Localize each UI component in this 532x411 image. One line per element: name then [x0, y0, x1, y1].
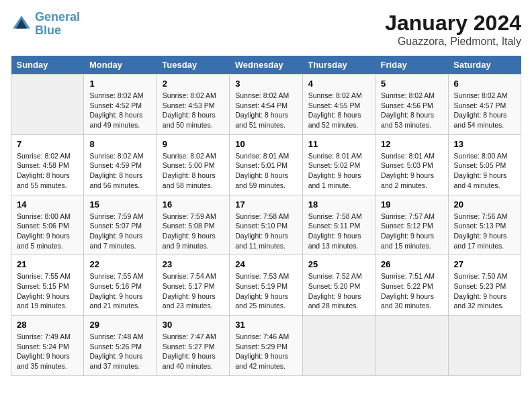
calendar-day-cell: 15Sunrise: 7:59 AMSunset: 5:07 PMDayligh…	[84, 195, 157, 255]
day-info: Sunrise: 7:52 AMSunset: 5:20 PMDaylight:…	[308, 271, 369, 311]
title-block: January 2024 Guazzora, Piedmont, Italy	[385, 11, 521, 48]
calendar-day-cell: 23Sunrise: 7:54 AMSunset: 5:17 PMDayligh…	[157, 255, 229, 316]
calendar-week-row: 7Sunrise: 8:02 AMSunset: 4:58 PMDaylight…	[11, 134, 521, 195]
calendar-day-cell: 16Sunrise: 7:59 AMSunset: 5:08 PMDayligh…	[157, 195, 229, 255]
day-info: Sunrise: 7:46 AMSunset: 5:29 PMDaylight:…	[235, 332, 296, 371]
day-number: 5	[381, 79, 442, 89]
day-number: 6	[454, 79, 515, 89]
day-info: Sunrise: 8:02 AMSunset: 4:52 PMDaylight:…	[89, 91, 150, 130]
day-number: 30	[163, 320, 224, 330]
calendar-day-cell: 9Sunrise: 8:02 AMSunset: 5:00 PMDaylight…	[157, 134, 229, 195]
day-info: Sunrise: 8:02 AMSunset: 4:56 PMDaylight:…	[381, 91, 442, 130]
calendar-day-cell	[302, 316, 375, 376]
calendar-day-cell: 31Sunrise: 7:46 AMSunset: 5:29 PMDayligh…	[230, 316, 302, 376]
calendar-day-cell: 27Sunrise: 7:50 AMSunset: 5:23 PMDayligh…	[448, 255, 521, 316]
calendar-week-row: 14Sunrise: 8:00 AMSunset: 5:06 PMDayligh…	[11, 195, 521, 255]
day-info: Sunrise: 7:57 AMSunset: 5:12 PMDaylight:…	[381, 212, 442, 251]
day-number: 29	[89, 320, 150, 330]
day-number: 4	[308, 79, 369, 89]
day-info: Sunrise: 7:55 AMSunset: 5:15 PMDaylight:…	[17, 271, 78, 311]
day-of-week-header: Tuesday	[157, 56, 229, 75]
day-of-week-header: Friday	[375, 56, 448, 75]
day-info: Sunrise: 8:02 AMSunset: 4:54 PMDaylight:…	[235, 91, 296, 130]
day-number: 27	[454, 259, 515, 269]
day-number: 2	[163, 79, 224, 89]
logo-text: General Blue	[35, 11, 80, 38]
day-info: Sunrise: 8:01 AMSunset: 5:01 PMDaylight:…	[235, 151, 296, 191]
calendar-subtitle: Guazzora, Piedmont, Italy	[385, 36, 521, 48]
calendar-day-cell: 17Sunrise: 7:58 AMSunset: 5:10 PMDayligh…	[230, 195, 302, 255]
calendar-day-cell: 6Sunrise: 8:02 AMSunset: 4:57 PMDaylight…	[448, 75, 521, 135]
day-info: Sunrise: 8:02 AMSunset: 4:53 PMDaylight:…	[163, 91, 224, 130]
calendar-day-cell: 1Sunrise: 8:02 AMSunset: 4:52 PMDaylight…	[84, 75, 157, 135]
day-number: 7	[17, 139, 78, 149]
logo-blue: Blue	[35, 24, 61, 37]
calendar-day-cell: 20Sunrise: 7:56 AMSunset: 5:13 PMDayligh…	[448, 195, 521, 255]
day-info: Sunrise: 7:54 AMSunset: 5:17 PMDaylight:…	[163, 271, 224, 311]
day-number: 31	[235, 320, 296, 330]
day-of-week-header: Sunday	[11, 56, 84, 75]
calendar-day-cell: 11Sunrise: 8:01 AMSunset: 5:02 PMDayligh…	[302, 134, 375, 195]
day-info: Sunrise: 8:01 AMSunset: 5:02 PMDaylight:…	[308, 151, 369, 191]
calendar-day-cell: 4Sunrise: 8:02 AMSunset: 4:55 PMDaylight…	[302, 75, 375, 135]
day-number: 13	[454, 139, 515, 149]
day-number: 24	[235, 259, 296, 269]
day-number: 21	[17, 259, 78, 269]
page-header: General Blue January 2024 Guazzora, Pied…	[11, 11, 521, 48]
day-info: Sunrise: 8:00 AMSunset: 5:05 PMDaylight:…	[454, 151, 515, 191]
day-info: Sunrise: 8:02 AMSunset: 4:55 PMDaylight:…	[308, 91, 369, 130]
day-number: 26	[381, 259, 442, 269]
calendar-day-cell: 22Sunrise: 7:55 AMSunset: 5:16 PMDayligh…	[84, 255, 157, 316]
day-number: 25	[308, 259, 369, 269]
day-number: 18	[308, 199, 369, 210]
day-of-week-header: Wednesday	[230, 56, 302, 75]
day-info: Sunrise: 8:02 AMSunset: 4:59 PMDaylight:…	[89, 151, 150, 191]
calendar-week-row: 21Sunrise: 7:55 AMSunset: 5:15 PMDayligh…	[11, 255, 521, 316]
calendar-week-row: 1Sunrise: 8:02 AMSunset: 4:52 PMDaylight…	[11, 75, 521, 135]
calendar-day-cell: 19Sunrise: 7:57 AMSunset: 5:12 PMDayligh…	[375, 195, 448, 255]
calendar-day-cell: 29Sunrise: 7:48 AMSunset: 5:26 PMDayligh…	[84, 316, 157, 376]
calendar-day-cell: 7Sunrise: 8:02 AMSunset: 4:58 PMDaylight…	[11, 134, 84, 195]
day-number: 20	[454, 199, 515, 210]
day-info: Sunrise: 7:58 AMSunset: 5:10 PMDaylight:…	[235, 212, 296, 251]
day-of-week-header: Saturday	[448, 56, 521, 75]
day-info: Sunrise: 7:47 AMSunset: 5:27 PMDaylight:…	[163, 332, 224, 371]
day-number: 17	[235, 199, 296, 210]
day-info: Sunrise: 7:56 AMSunset: 5:13 PMDaylight:…	[454, 212, 515, 251]
day-number: 10	[235, 139, 296, 149]
calendar-day-cell: 2Sunrise: 8:02 AMSunset: 4:53 PMDaylight…	[157, 75, 229, 135]
day-number: 15	[89, 199, 150, 210]
logo-general: General	[35, 10, 80, 24]
day-info: Sunrise: 7:48 AMSunset: 5:26 PMDaylight:…	[89, 332, 150, 371]
calendar-day-cell: 3Sunrise: 8:02 AMSunset: 4:54 PMDaylight…	[230, 75, 302, 135]
day-info: Sunrise: 7:58 AMSunset: 5:11 PMDaylight:…	[308, 212, 369, 251]
calendar-day-cell: 5Sunrise: 8:02 AMSunset: 4:56 PMDaylight…	[375, 75, 448, 135]
day-of-week-header: Thursday	[302, 56, 375, 75]
calendar-day-cell	[11, 75, 84, 135]
day-info: Sunrise: 8:02 AMSunset: 5:00 PMDaylight:…	[163, 151, 224, 191]
day-number: 3	[235, 79, 296, 89]
day-number: 22	[89, 259, 150, 269]
day-of-week-header: Monday	[84, 56, 157, 75]
logo-icon	[11, 13, 32, 35]
day-number: 14	[17, 199, 78, 210]
calendar-table: SundayMondayTuesdayWednesdayThursdayFrid…	[11, 56, 521, 376]
day-number: 9	[163, 139, 224, 149]
day-number: 28	[17, 320, 78, 330]
calendar-day-cell: 13Sunrise: 8:00 AMSunset: 5:05 PMDayligh…	[448, 134, 521, 195]
logo: General Blue	[11, 11, 80, 38]
calendar-title: January 2024	[385, 11, 521, 36]
day-info: Sunrise: 7:59 AMSunset: 5:08 PMDaylight:…	[163, 212, 224, 251]
calendar-day-cell: 21Sunrise: 7:55 AMSunset: 5:15 PMDayligh…	[11, 255, 84, 316]
day-number: 12	[381, 139, 442, 149]
calendar-day-cell: 30Sunrise: 7:47 AMSunset: 5:27 PMDayligh…	[157, 316, 229, 376]
day-info: Sunrise: 8:01 AMSunset: 5:03 PMDaylight:…	[381, 151, 442, 191]
day-info: Sunrise: 7:59 AMSunset: 5:07 PMDaylight:…	[89, 212, 150, 251]
calendar-header-row: SundayMondayTuesdayWednesdayThursdayFrid…	[11, 56, 521, 75]
calendar-day-cell: 8Sunrise: 8:02 AMSunset: 4:59 PMDaylight…	[84, 134, 157, 195]
day-info: Sunrise: 7:50 AMSunset: 5:23 PMDaylight:…	[454, 271, 515, 311]
calendar-day-cell: 25Sunrise: 7:52 AMSunset: 5:20 PMDayligh…	[302, 255, 375, 316]
calendar-day-cell: 14Sunrise: 8:00 AMSunset: 5:06 PMDayligh…	[11, 195, 84, 255]
calendar-day-cell	[375, 316, 448, 376]
day-info: Sunrise: 7:55 AMSunset: 5:16 PMDaylight:…	[89, 271, 150, 311]
